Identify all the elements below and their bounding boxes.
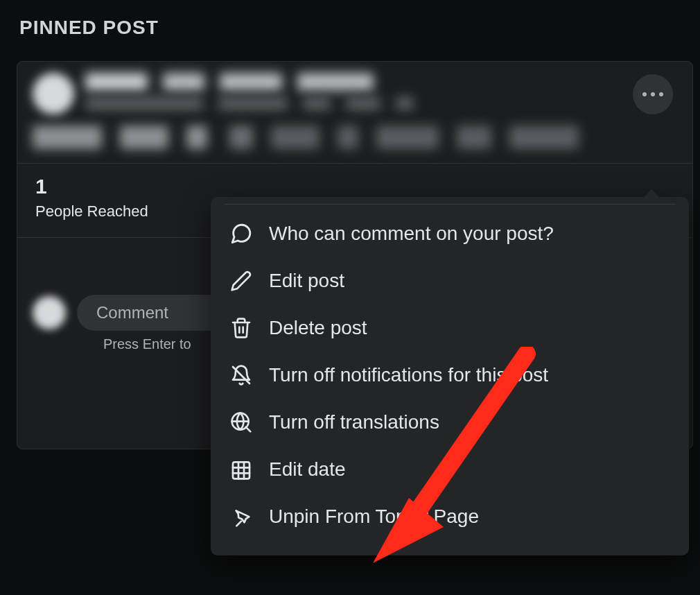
comment-icon (229, 221, 254, 246)
post-body (17, 119, 692, 163)
section-heading: PINNED POST (19, 17, 159, 39)
avatar[interactable] (33, 296, 66, 329)
calendar-icon (229, 457, 254, 482)
post-header (17, 62, 692, 119)
svg-rect-3 (233, 462, 250, 478)
menu-item-who-comment[interactable]: Who can comment on your post? (211, 210, 689, 257)
trash-icon (229, 316, 254, 340)
menu-item-label: Turn off translations (269, 411, 439, 433)
menu-item-delete-post[interactable]: Delete post (211, 304, 689, 352)
menu-item-label: Delete post (269, 317, 367, 339)
menu-item-edit-date[interactable]: Edit date (211, 446, 689, 493)
more-options-button[interactable] (633, 74, 673, 114)
menu-item-label: Turn off notifications for this post (269, 364, 548, 386)
pencil-icon (229, 268, 254, 293)
menu-item-label: Unpin From Top of Page (269, 506, 479, 528)
globe-icon (229, 410, 254, 435)
menu-item-label: Edit date (269, 458, 346, 481)
comment-placeholder: Comment (96, 303, 168, 322)
post-options-menu: Who can comment on your post? Edit post … (211, 197, 689, 555)
menu-item-translations[interactable]: Turn off translations (211, 399, 689, 446)
people-reached-count: 1 (35, 175, 148, 198)
bell-off-icon (229, 363, 254, 388)
dots-icon (642, 92, 647, 96)
menu-item-unpin[interactable]: Unpin From Top of Page (211, 493, 689, 540)
menu-item-label: Edit post (269, 270, 344, 292)
people-reached-label: People Reached (35, 202, 148, 221)
menu-separator (225, 204, 675, 205)
menu-item-label: Who can comment on your post? (269, 223, 554, 245)
menu-item-edit-post[interactable]: Edit post (211, 257, 689, 304)
menu-item-notifications[interactable]: Turn off notifications for this post (211, 352, 689, 399)
avatar[interactable] (33, 73, 74, 114)
pin-icon (229, 504, 254, 529)
